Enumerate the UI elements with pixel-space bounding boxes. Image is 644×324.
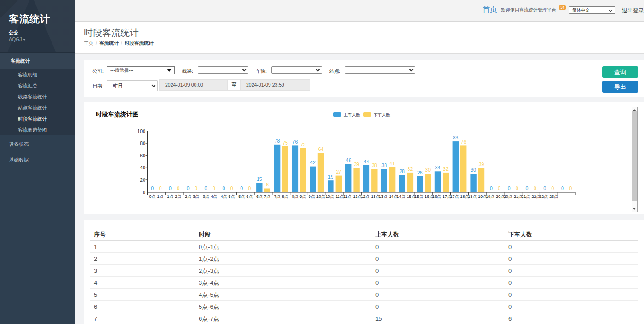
svg-text:9点-10点: 9点-10点 — [309, 194, 325, 199]
svg-text:72: 72 — [300, 142, 306, 147]
svg-text:28: 28 — [399, 168, 405, 174]
svg-text:44: 44 — [364, 159, 369, 164]
svg-text:0: 0 — [569, 185, 572, 191]
svg-text:0: 0 — [240, 185, 243, 191]
svg-text:8点-9点: 8点-9点 — [292, 194, 306, 199]
svg-text:80: 80 — [140, 140, 145, 146]
svg-text:76: 76 — [293, 139, 298, 145]
svg-text:27: 27 — [336, 169, 341, 174]
svg-text:0: 0 — [213, 185, 215, 191]
svg-text:75: 75 — [282, 140, 288, 145]
svg-text:39: 39 — [354, 162, 359, 167]
svg-text:46: 46 — [346, 157, 351, 163]
svg-text:0: 0 — [187, 185, 190, 191]
svg-text:34: 34 — [435, 165, 441, 170]
svg-text:20: 20 — [140, 177, 145, 183]
svg-text:3点-4点: 3点-4点 — [203, 194, 217, 199]
svg-text:40: 40 — [140, 165, 145, 170]
svg-text:38: 38 — [372, 162, 377, 168]
svg-text:5点-6点: 5点-6点 — [238, 194, 253, 199]
svg-text:38: 38 — [381, 162, 387, 168]
svg-text:0: 0 — [222, 185, 225, 191]
svg-text:0: 0 — [230, 185, 233, 191]
svg-text:0: 0 — [151, 185, 154, 191]
svg-text:12点-13点: 12点-13点 — [361, 194, 380, 199]
svg-text:0: 0 — [490, 185, 493, 191]
svg-text:0: 0 — [498, 185, 500, 191]
svg-text:100: 100 — [137, 128, 145, 134]
svg-text:60: 60 — [140, 153, 145, 158]
svg-text:0: 0 — [534, 185, 536, 191]
svg-text:15点-16点: 15点-16点 — [414, 194, 433, 199]
svg-text:0: 0 — [525, 185, 528, 191]
svg-text:0: 0 — [159, 185, 162, 191]
svg-text:时段车流统计图: 时段车流统计图 — [96, 111, 139, 118]
svg-text:2点-3点: 2点-3点 — [185, 194, 199, 199]
svg-text:0: 0 — [561, 185, 564, 191]
svg-text:20点-21点: 20点-21点 — [504, 194, 523, 199]
svg-text:0: 0 — [143, 190, 145, 195]
svg-text:1点-2点: 1点-2点 — [167, 194, 181, 199]
svg-text:0: 0 — [205, 185, 207, 191]
svg-text:19: 19 — [328, 174, 334, 179]
svg-text:16点-17点: 16点-17点 — [432, 194, 451, 199]
svg-text:21点-22点: 21点-22点 — [522, 194, 540, 199]
svg-text:0: 0 — [177, 185, 179, 191]
svg-text:0: 0 — [516, 185, 518, 191]
svg-text:15: 15 — [257, 176, 262, 182]
svg-text:41: 41 — [390, 161, 395, 166]
svg-text:76: 76 — [461, 139, 466, 145]
svg-text:10点-11点: 10点-11点 — [325, 194, 344, 199]
svg-text:32: 32 — [408, 166, 413, 172]
svg-text:6: 6 — [266, 182, 269, 187]
svg-text:下车人数: 下车人数 — [374, 113, 390, 117]
svg-text:0: 0 — [169, 185, 172, 191]
svg-text:0: 0 — [552, 185, 554, 191]
svg-text:32: 32 — [443, 166, 448, 172]
svg-text:42: 42 — [310, 160, 316, 165]
svg-text:上车人数: 上车人数 — [344, 113, 360, 117]
svg-text:0: 0 — [195, 185, 197, 191]
svg-text:19点-20点: 19点-20点 — [486, 194, 505, 199]
svg-text:7点-8点: 7点-8点 — [274, 194, 288, 199]
svg-text:11点-12点: 11点-12点 — [343, 194, 362, 199]
svg-text:0: 0 — [248, 185, 251, 191]
svg-text:17点-18点: 17点-18点 — [450, 194, 469, 199]
svg-text:14点-15点: 14点-15点 — [397, 194, 415, 199]
svg-text:83: 83 — [453, 135, 458, 140]
svg-text:18点-19点: 18点-19点 — [468, 194, 487, 199]
svg-text:26: 26 — [417, 170, 423, 175]
svg-text:0点-1点: 0点-1点 — [149, 194, 163, 199]
svg-text:13点-14点: 13点-14点 — [379, 194, 397, 199]
svg-text:0: 0 — [543, 185, 546, 191]
svg-text:78: 78 — [275, 138, 280, 144]
svg-text:30: 30 — [425, 167, 431, 173]
svg-text:0: 0 — [508, 185, 511, 191]
svg-text:22点-23点: 22点-23点 — [539, 194, 558, 199]
svg-text:39: 39 — [479, 162, 484, 167]
svg-text:4点-5点: 4点-5点 — [220, 194, 235, 199]
svg-text:64: 64 — [318, 146, 324, 152]
svg-text:6点-7点: 6点-7点 — [256, 194, 270, 199]
svg-text:30: 30 — [471, 167, 476, 173]
